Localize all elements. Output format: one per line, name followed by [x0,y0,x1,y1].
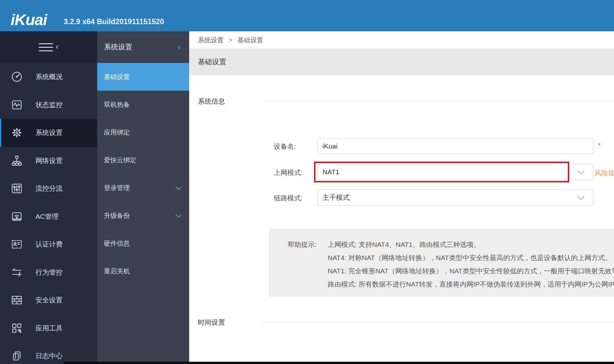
firewall-icon [11,294,23,306]
network-topology-icon [11,155,23,167]
section-divider [262,322,614,322]
sidebar-item-status-monitor[interactable]: 状态监控 [0,91,97,119]
sidebar-item-flow-control[interactable]: 流控分流 [0,175,97,203]
section-title-system-info: 系统信息 [198,97,225,106]
wifi-ac-icon [11,210,23,223]
breadcrumb-current[interactable]: 基础设置 [238,36,263,44]
section-title-time-settings: 时间设置 [198,318,225,327]
submenu-item-label: 双机热备 [104,100,130,109]
log-files-icon [11,350,23,362]
chevron-down-icon [176,212,181,217]
sidebar-item-auth-billing[interactable]: 认证计费 [0,230,97,258]
submenu-item-login-management[interactable]: 登录管理 [97,174,189,202]
wan-mode-select[interactable]: NAT1 [317,164,593,180]
submenu-item-label: 基础设置 [104,73,130,81]
submenu-item-app-binding[interactable]: 应用绑定 [97,118,189,146]
status-monitor-icon [11,99,23,111]
breadcrumb: 系统设置 > 基础设置 [198,36,263,45]
sidebar-item-label: 行为管控 [36,268,63,277]
chevron-down-icon [578,193,584,200]
help-tip-block: 帮助提示: 上网模式: 支持NAT4、NAT1、路由模式三种选项。 NAT4: … [269,228,614,297]
firmware-version: 3.2.9 x64 Build201911151520 [64,18,164,26]
breadcrumb-parent[interactable]: 系统设置 [198,36,224,44]
risk-warning-label: 风险提示 [595,168,614,177]
swap-arrows-icon [11,266,23,278]
submenu-item-hardware-info[interactable]: 硬件信息 [97,229,189,257]
submenu-title: 系统设置 [104,42,132,52]
sidebar-item-label: 状态监控 [36,100,63,109]
sidebar-item-system-overview[interactable]: 系统概况 [0,63,97,91]
submenu-item-hot-standby[interactable]: 双机热备 [97,91,189,118]
help-tip-label: 帮助提示: [288,238,328,297]
link-mode-value: 主干模式 [322,193,350,202]
submenu-item-upgrade-backup[interactable]: 升级备份 [97,202,189,229]
link-mode-select[interactable]: 主干模式 [317,189,593,206]
page-title-band: 基础设置 [189,48,614,75]
hamburger-icon: ‹ [39,43,59,51]
id-card-icon [11,238,23,250]
ikuai-logo: iKuai [11,14,47,26]
section-divider [262,101,614,101]
sidebar-item-security-settings[interactable]: 安全设置 [0,286,97,314]
chevron-left-icon[interactable]: ‹ [178,42,181,52]
submenu-header: 系统设置 ‹ [97,31,189,63]
submenu-panel: 系统设置 ‹ 基础设置 双机热备 应用绑定 爱快云绑定 登录管理 升级备份 硬件… [97,31,189,364]
primary-sidebar: ‹ 系统概况 状态监控 系统设置 网络设置 [0,31,97,364]
gear-icon [11,126,23,139]
help-line: 上网模式: 支持NAT4、NAT1、路由模式三种选项。 [328,238,614,251]
sidebar-item-network-settings[interactable]: 网络设置 [0,147,97,175]
ikuai-admin-window: iKuai 3.2.9 x64 Build201911151520 ‹ 系统概况… [0,0,614,364]
sidebar-item-log-center[interactable]: 日志中心 [0,342,97,364]
sidebar-collapse-toggle[interactable]: ‹ [0,31,97,63]
sidebar-item-label: 认证计费 [36,240,63,249]
flow-sliders-icon [11,182,23,195]
required-asterisk: * [598,141,601,150]
submenu-item-basic-settings[interactable]: 基础设置 [97,63,189,91]
sidebar-item-behavior-control[interactable]: 行为管控 [0,258,97,287]
wan-mode-label: 上网模式: [274,168,303,177]
sidebar-item-label: 日志中心 [36,351,63,360]
sidebar-item-label: 网络设置 [36,156,63,165]
top-bar: iKuai 3.2.9 x64 Build201911151520 [0,0,614,31]
device-name-label: 设备名: [274,142,296,151]
submenu-item-label: 硬件信息 [104,239,130,248]
help-line: 路由模式: 所有数据不进行NAT转发，直接将内网IP不做伪装传送到外网，适用于内… [328,278,614,291]
sidebar-item-label: 系统设置 [36,128,63,137]
help-line: NAT4: 对称NAT（网络地址转换），NAT类型中安全性最高的方式，也是设备默… [328,251,614,264]
dashboard-gauge-icon [11,71,23,83]
page-title: 基础设置 [198,57,226,67]
submenu-item-label: 登录管理 [104,184,130,192]
main-content: 系统设置 > 基础设置 基础设置 系统信息 设备名: * 上网模式: NAT1 … [189,31,614,364]
submenu-item-label: 应用绑定 [104,128,130,137]
sidebar-item-app-tools[interactable]: 应用工具 [0,314,97,342]
help-tip-lines: 上网模式: 支持NAT4、NAT1、路由模式三种选项。 NAT4: 对称NAT（… [328,238,614,297]
submenu-item-restart-shutdown[interactable]: 重启关机 [97,257,189,285]
link-mode-label: 链路模式: [274,194,303,203]
sidebar-item-ac-management[interactable]: AC管理 [0,203,97,231]
bottom-edge-strip [64,362,614,364]
submenu-item-ikuai-cloud-binding[interactable]: 爱快云绑定 [97,146,189,174]
app-tools-icon [11,322,23,334]
sidebar-item-label: 安全设置 [36,296,63,305]
chevron-down-icon [176,184,181,190]
device-name-input[interactable] [317,138,593,154]
submenu-item-label: 重启关机 [104,267,130,276]
submenu-item-label: 升级备份 [104,211,130,220]
sidebar-item-system-settings[interactable]: 系统设置 [0,119,97,147]
sidebar-item-label: AC管理 [36,212,58,221]
sidebar-item-label: 系统概况 [36,72,63,81]
wan-mode-value: NAT1 [322,168,339,176]
chevron-down-icon [578,167,584,174]
sidebar-item-label: 流控分流 [36,184,63,193]
sidebar-item-label: 应用工具 [36,324,63,333]
breadcrumb-separator: > [229,36,233,44]
submenu-item-label: 爱快云绑定 [104,156,136,165]
help-line: NAT1: 完全锥形NAT（网络地址转换），NAT类型中安全性较低的方式，一般用… [328,264,614,278]
